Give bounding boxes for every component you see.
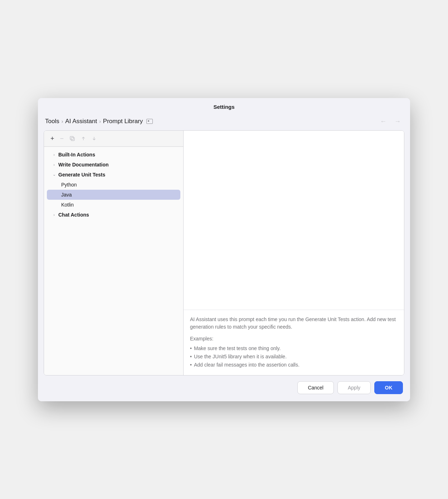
tree-item-kotlin[interactable]: Kotlin	[47, 200, 180, 210]
right-panel: AI Assistant uses this prompt each time …	[184, 131, 404, 375]
tree-label-generate-unit-tests: Generate Unit Tests	[58, 172, 105, 178]
bullet-2: •	[190, 353, 192, 360]
editor-textarea[interactable]	[184, 131, 404, 310]
breadcrumb: Tools › AI Assistant › Prompt Library	[45, 118, 153, 125]
breadcrumb-bar: Tools › AI Assistant › Prompt Library ← …	[38, 115, 410, 130]
examples-heading: Examples:	[190, 335, 398, 343]
move-up-button[interactable]	[79, 135, 88, 142]
add-button[interactable]: +	[48, 134, 57, 143]
tree-item-generate-unit-tests[interactable]: ⌄ Generate Unit Tests	[47, 170, 180, 180]
example-text-1: Make sure the test tests one thing only.	[194, 345, 281, 352]
move-up-icon	[81, 136, 86, 141]
move-down-button[interactable]	[89, 135, 99, 142]
tree-label-java: Java	[61, 192, 72, 198]
toolbar: + −	[44, 131, 183, 147]
breadcrumb-sep-1: ›	[62, 118, 63, 124]
chevron-right-icon-3: ›	[51, 212, 57, 218]
window-icon	[146, 119, 153, 124]
tree-label-write-documentation: Write Documentation	[58, 162, 109, 168]
example-item-1: • Make sure the test tests one thing onl…	[190, 345, 398, 352]
move-down-icon	[92, 136, 97, 141]
apply-button[interactable]: Apply	[337, 381, 371, 394]
tree-item-built-in-actions[interactable]: › Built-In Actions	[47, 150, 180, 160]
tree-label-kotlin: Kotlin	[61, 202, 74, 208]
breadcrumb-ai-assistant[interactable]: AI Assistant	[65, 118, 97, 125]
forward-button[interactable]: →	[392, 117, 403, 125]
title-bar: Settings	[38, 98, 410, 115]
example-text-2: Use the JUnit5 library when it is availa…	[194, 353, 287, 360]
panel-container: + −	[44, 130, 404, 376]
tree-label-built-in-actions: Built-In Actions	[58, 152, 95, 158]
bullet-3: •	[190, 361, 192, 369]
dialog-body: + −	[38, 130, 410, 376]
description-main-text: AI Assistant uses this prompt each time …	[190, 316, 398, 331]
svg-rect-0	[71, 137, 74, 141]
tree-item-chat-actions[interactable]: › Chat Actions	[47, 210, 180, 220]
tree-item-java[interactable]: Java	[47, 190, 180, 200]
svg-rect-1	[70, 136, 73, 140]
chevron-down-icon: ⌄	[51, 172, 57, 178]
dialog-title: Settings	[213, 104, 234, 110]
tree-label-python: Python	[61, 182, 77, 188]
breadcrumb-tools[interactable]: Tools	[45, 118, 59, 125]
chevron-right-icon: ›	[51, 152, 57, 158]
example-item-2: • Use the JUnit5 library when it is avai…	[190, 353, 398, 360]
copy-icon	[69, 136, 75, 141]
tree-section: › Built-In Actions › Write Documentation…	[44, 150, 183, 220]
nav-arrows: ← →	[378, 117, 403, 125]
example-item-3: • Add clear fail messages into the asser…	[190, 361, 398, 369]
left-panel: + −	[44, 131, 184, 375]
dialog-footer: Cancel Apply OK	[38, 376, 410, 401]
settings-dialog: Settings Tools › AI Assistant › Prompt L…	[38, 98, 410, 401]
tree-item-write-documentation[interactable]: › Write Documentation	[47, 160, 180, 170]
cancel-button[interactable]: Cancel	[297, 381, 334, 394]
remove-button[interactable]: −	[58, 134, 66, 143]
tree-container: › Built-In Actions › Write Documentation…	[44, 147, 183, 375]
chevron-right-icon-2: ›	[51, 162, 57, 168]
ok-button[interactable]: OK	[374, 381, 403, 394]
breadcrumb-sep-2: ›	[99, 118, 101, 124]
example-text-3: Add clear fail messages into the asserti…	[194, 361, 300, 369]
tree-label-chat-actions: Chat Actions	[58, 212, 89, 218]
breadcrumb-prompt-library[interactable]: Prompt Library	[103, 118, 143, 125]
bullet-1: •	[190, 345, 192, 352]
copy-button[interactable]	[67, 135, 77, 142]
back-button[interactable]: ←	[378, 117, 389, 125]
tree-item-python[interactable]: Python	[47, 180, 180, 190]
description-area: AI Assistant uses this prompt each time …	[184, 310, 404, 375]
